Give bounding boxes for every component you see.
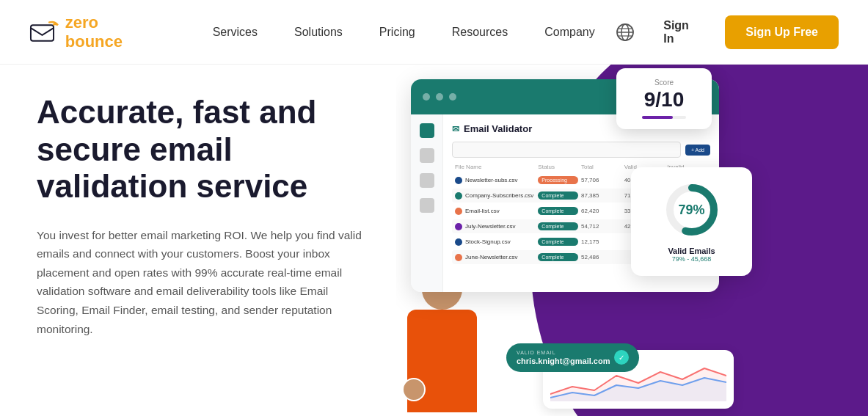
status-badge-2: Complete <box>538 207 578 215</box>
donut-sublabel: 79% - 45,668 <box>672 255 712 263</box>
score-label: Score <box>627 79 701 87</box>
hero-title: Accurate, fast and secure email validati… <box>37 94 367 205</box>
main-nav: Services Solutions Pricing Resources Com… <box>194 18 613 46</box>
status-badge-5: Complete <box>538 253 578 261</box>
status-badge-1: Complete <box>538 191 578 200</box>
donut-card: 79% Valid Emails 79% - 45,668 <box>631 167 752 276</box>
valid-email-badge: VALID EMAIL chris.knight@gmail.com ✓ <box>506 343 639 372</box>
check-icon: ✓ <box>614 350 629 365</box>
hero-description: You invest for better email marketing RO… <box>37 226 367 338</box>
main-content: Accurate, fast and secure email validati… <box>0 65 868 416</box>
row-total-2: 62,420 <box>581 208 621 214</box>
valid-email-address: chris.knight@gmail.com <box>517 356 610 366</box>
row-name-5: June-Newsletter.csv <box>455 254 535 261</box>
header-actions: Sign In Sign Up Free <box>613 13 839 51</box>
sidebar-icon-2 <box>420 148 434 163</box>
card-input-row: + Add <box>452 142 710 158</box>
status-badge-4: Complete <box>538 238 578 246</box>
logo-text: zero bounce <box>65 13 158 51</box>
globe-icon <box>615 22 635 43</box>
row-name-0: Newsletter-subs.csv <box>455 177 535 184</box>
nav-company[interactable]: Company <box>526 18 613 46</box>
donut-chart: 79% <box>663 180 721 239</box>
sidebar-icon-3 <box>420 173 434 188</box>
avatar-small <box>402 378 426 401</box>
row-total-0: 57,706 <box>581 177 621 183</box>
signin-button[interactable]: Sign In <box>652 13 710 51</box>
sidebar-icon-1 <box>420 123 434 138</box>
signup-button[interactable]: Sign Up Free <box>725 15 839 49</box>
status-badge-0: Processing <box>538 176 578 184</box>
hero-visuals: Score 9/10 Email Validator <box>396 65 868 416</box>
col-status: Status <box>538 164 578 170</box>
row-name-1: Company-Subscribers.csv <box>455 192 535 200</box>
nav-pricing[interactable]: Pricing <box>361 18 434 46</box>
nav-resources[interactable]: Resources <box>434 18 526 46</box>
svg-rect-0 <box>31 25 54 40</box>
score-bar <box>642 116 686 119</box>
row-name-2: Email-list.csv <box>455 208 535 215</box>
col-total: Total <box>581 164 621 170</box>
language-selector[interactable] <box>613 19 637 45</box>
sidebar-icon-4 <box>420 198 434 213</box>
logo[interactable]: zero bounce <box>29 13 158 51</box>
score-bar-fill <box>642 116 673 119</box>
score-card: Score 9/10 <box>616 68 712 129</box>
col-filename: File Name <box>455 164 535 170</box>
row-total-3: 54,712 <box>581 223 621 230</box>
row-total-4: 12,175 <box>581 238 621 245</box>
donut-percent: 79% <box>678 202 704 218</box>
row-total-1: 87,385 <box>581 192 621 199</box>
logo-icon <box>29 19 61 45</box>
dot-3 <box>449 93 456 101</box>
status-badge-3: Complete <box>538 222 578 230</box>
hero-section: Accurate, fast and secure email validati… <box>0 65 396 416</box>
score-value: 9/10 <box>627 90 701 110</box>
nav-solutions[interactable]: Solutions <box>276 18 361 46</box>
row-total-5: 52,486 <box>581 254 621 260</box>
dot-1 <box>423 93 430 101</box>
row-name-3: July-Newsletter.csv <box>455 223 535 230</box>
dot-2 <box>436 93 443 101</box>
mini-input[interactable] <box>452 142 681 158</box>
valid-email-type: VALID EMAIL <box>517 349 610 356</box>
header: zero bounce Services Solutions Pricing R… <box>0 0 868 65</box>
row-name-4: Stock-Signup.csv <box>455 238 535 246</box>
donut-label: Valid Emails <box>668 247 715 255</box>
add-button[interactable]: + Add <box>685 145 710 156</box>
card-sidebar <box>411 114 443 292</box>
nav-services[interactable]: Services <box>194 18 276 46</box>
